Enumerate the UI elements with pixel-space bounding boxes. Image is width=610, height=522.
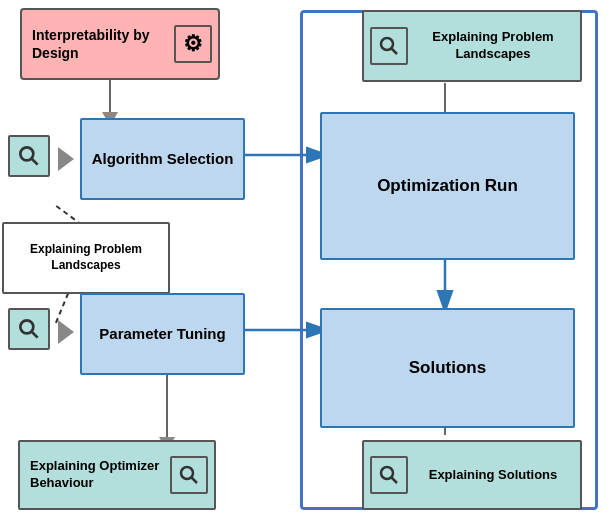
svg-line-21 [32, 332, 38, 338]
interpretability-box: Interpretability by Design ⚙ [20, 8, 220, 80]
algorithm-selection-box: Algorithm Selection [80, 118, 245, 200]
arrow-right-parameter [58, 320, 74, 344]
optimization-run-label: Optimization Run [369, 171, 526, 201]
explaining-problem-right-top-label: Explaining Problem Landscapes [414, 29, 572, 63]
gear-icon-container: ⚙ [174, 25, 212, 63]
search-icon-right-top [377, 34, 401, 58]
right-container [300, 10, 598, 510]
svg-line-25 [392, 49, 398, 55]
svg-point-26 [381, 467, 393, 479]
explaining-problem-left-box: Explaining Problem Landscapes [2, 222, 170, 294]
search-icon-solutions-container [370, 456, 408, 494]
interpretability-label: Interpretability by Design [32, 26, 174, 62]
search-icon-algorithm [8, 135, 50, 177]
solutions-label: Solutions [401, 353, 494, 383]
solutions-box: Solutions [320, 308, 575, 428]
svg-line-23 [192, 478, 198, 484]
svg-line-19 [32, 159, 38, 165]
svg-point-20 [20, 320, 33, 333]
parameter-tuning-box: Parameter Tuning [80, 293, 245, 375]
gear-icon: ⚙ [183, 31, 203, 57]
explaining-solutions-box: Explaining Solutions [362, 440, 582, 510]
explaining-optimizer-box: Explaining Optimizer Behaviour [18, 440, 216, 510]
svg-point-22 [181, 467, 193, 479]
svg-line-27 [392, 478, 398, 484]
search-icon-right-top-container [370, 27, 408, 65]
algorithm-selection-label: Algorithm Selection [84, 145, 242, 173]
search-svg-parameter [16, 316, 42, 342]
diagram: Interpretability by Design ⚙ Algorithm S… [0, 0, 610, 522]
explaining-solutions-label: Explaining Solutions [414, 467, 572, 484]
explaining-problem-right-top-box: Explaining Problem Landscapes [362, 10, 582, 82]
arrow-right-algorithm [58, 147, 74, 171]
svg-point-24 [381, 38, 393, 50]
explaining-optimizer-label: Explaining Optimizer Behaviour [30, 458, 170, 492]
search-icon-solutions [377, 463, 401, 487]
explaining-problem-left-label: Explaining Problem Landscapes [4, 238, 168, 277]
svg-point-18 [20, 147, 33, 160]
search-icon-parameter [8, 308, 50, 350]
parameter-tuning-label: Parameter Tuning [91, 320, 233, 348]
search-svg-algorithm [16, 143, 42, 169]
search-icon-optimizer [177, 463, 201, 487]
optimization-run-box: Optimization Run [320, 112, 575, 260]
search-icon-optimizer-container [170, 456, 208, 494]
